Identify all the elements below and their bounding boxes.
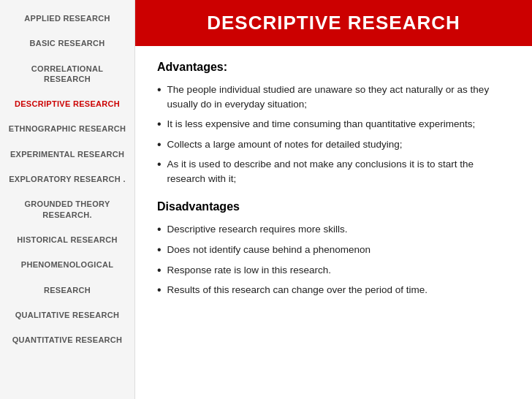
sidebar-item-correlational-research[interactable]: CORRELATIONAL RESEARCH <box>0 56 134 92</box>
sidebar-item-basic-research[interactable]: BASIC RESEARCH <box>0 31 134 56</box>
disadvantage-item: Does not identify cause behind a phenome… <box>157 243 510 257</box>
sidebar-item-phenomenological[interactable]: PHENOMENOLOGICAL <box>0 252 134 277</box>
advantage-item: As it is used to describe and not make a… <box>157 157 510 186</box>
disadvantage-item: Results of this research can change over… <box>157 283 510 297</box>
sidebar-item-qualitative-research[interactable]: QUALITATIVE RESEARCH <box>0 303 134 327</box>
sidebar-item-descriptive-research[interactable]: DESCRIPTIVE RESEARCH <box>0 91 134 116</box>
sidebar-item-ethnographic-research[interactable]: ETHNOGRAPHIC RESEARCH <box>0 116 134 141</box>
advantages-title: Advantages: <box>157 61 510 74</box>
main-content: DESCRIPTIVE RESEARCH Advantages: The peo… <box>135 0 532 399</box>
sidebar-item-quantitative-research[interactable]: QUANTITATIVE RESEARCH <box>0 327 134 352</box>
sidebar-item-research[interactable]: RESEARCH <box>0 278 134 303</box>
sidebar-item-historical-research[interactable]: HISTORICAL RESEARCH <box>0 227 134 252</box>
header-title: DESCRIPTIVE RESEARCH <box>207 12 460 34</box>
sidebar: APPLIED RESEARCHBASIC RESEARCHCORRELATIO… <box>0 0 135 399</box>
content-area: Advantages: The people individual studie… <box>135 46 532 399</box>
sidebar-item-exploratory-research[interactable]: EXPLORATORY RESEARCH . <box>0 167 134 191</box>
advantage-item: The people individual studied are unawar… <box>157 83 510 111</box>
sidebar-item-grounded-theory-research[interactable]: GROUNDED THEORY RESEARCH. <box>0 191 134 227</box>
advantage-item: It is less expensive and time consuming … <box>157 117 510 132</box>
disadvantages-title: Disadvantages <box>157 200 510 213</box>
disadvantage-item: Response rate is low in this research. <box>157 263 510 278</box>
disadvantage-item: Descriptive research requires more skill… <box>157 222 510 237</box>
page-header: DESCRIPTIVE RESEARCH <box>135 0 532 46</box>
sidebar-item-applied-research[interactable]: APPLIED RESEARCH <box>0 6 134 31</box>
disadvantages-list: Descriptive research requires more skill… <box>157 222 510 297</box>
advantage-item: Collects a large amount of notes for det… <box>157 137 510 152</box>
sidebar-item-experimental-research[interactable]: EXPERIMENTAL RESEARCH <box>0 142 134 167</box>
advantages-list: The people individual studied are unawar… <box>157 83 510 186</box>
